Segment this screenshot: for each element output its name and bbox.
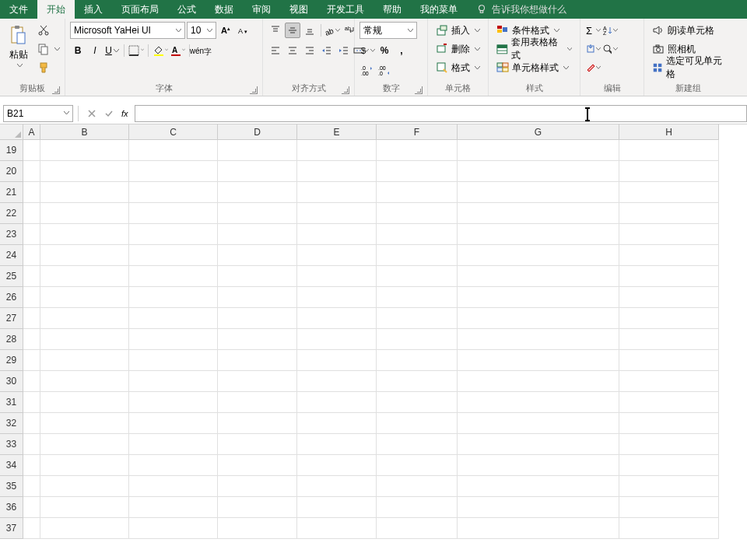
cell[interactable] bbox=[377, 350, 458, 371]
tab-mymenu[interactable]: 我的菜单 bbox=[411, 0, 467, 19]
tab-data[interactable]: 数据 bbox=[205, 0, 243, 19]
tab-formulas[interactable]: 公式 bbox=[168, 0, 205, 19]
cell[interactable] bbox=[377, 518, 458, 539]
cell[interactable] bbox=[458, 350, 619, 371]
cell[interactable] bbox=[377, 413, 458, 434]
fill-color-button[interactable] bbox=[153, 43, 168, 58]
cell[interactable] bbox=[619, 203, 719, 224]
row-header[interactable]: 31 bbox=[0, 392, 23, 413]
cell[interactable] bbox=[619, 245, 719, 266]
tab-devtools[interactable]: 开发工具 bbox=[317, 0, 374, 19]
decrease-font-button[interactable]: A▾ bbox=[235, 23, 251, 38]
cell[interactable] bbox=[458, 266, 619, 287]
cell[interactable] bbox=[129, 224, 218, 245]
cell[interactable] bbox=[23, 308, 40, 329]
row-header[interactable]: 33 bbox=[0, 434, 23, 455]
cell[interactable] bbox=[619, 287, 719, 308]
row-header[interactable]: 27 bbox=[0, 308, 23, 329]
cell[interactable] bbox=[297, 434, 377, 455]
increase-indent-button[interactable] bbox=[336, 43, 352, 58]
name-box[interactable]: B21 bbox=[3, 105, 73, 122]
bold-button[interactable]: B bbox=[70, 43, 86, 58]
cell[interactable] bbox=[619, 266, 719, 287]
cell[interactable] bbox=[23, 434, 40, 455]
number-launcher[interactable] bbox=[415, 86, 423, 94]
read-cells-button[interactable]: 朗读单元格 bbox=[649, 22, 727, 39]
cell[interactable] bbox=[458, 203, 619, 224]
cell[interactable] bbox=[297, 497, 377, 518]
cell[interactable] bbox=[297, 308, 377, 329]
tab-home[interactable]: 开始 bbox=[37, 0, 75, 19]
cell[interactable] bbox=[619, 329, 719, 350]
cell[interactable] bbox=[40, 371, 129, 392]
cell[interactable] bbox=[458, 518, 619, 539]
delete-cells-button[interactable]: 删除 bbox=[433, 40, 483, 58]
cell[interactable] bbox=[129, 203, 218, 224]
align-bottom-button[interactable] bbox=[302, 23, 317, 38]
cell[interactable] bbox=[129, 266, 218, 287]
cell[interactable] bbox=[458, 308, 619, 329]
row-header[interactable]: 23 bbox=[0, 224, 23, 245]
cell[interactable] bbox=[377, 203, 458, 224]
cell[interactable] bbox=[458, 455, 619, 476]
cell[interactable] bbox=[23, 497, 40, 518]
column-header[interactable]: B bbox=[40, 124, 129, 140]
cell[interactable] bbox=[23, 245, 40, 266]
cell[interactable] bbox=[129, 308, 218, 329]
cell[interactable] bbox=[218, 224, 297, 245]
cell[interactable] bbox=[40, 245, 129, 266]
cell[interactable] bbox=[23, 203, 40, 224]
cell[interactable] bbox=[377, 266, 458, 287]
cell[interactable] bbox=[129, 329, 218, 350]
row-header[interactable]: 19 bbox=[0, 140, 23, 161]
cell[interactable] bbox=[377, 182, 458, 203]
align-top-button[interactable] bbox=[268, 23, 283, 38]
cell[interactable] bbox=[23, 476, 40, 497]
cell[interactable] bbox=[619, 392, 719, 413]
cell[interactable] bbox=[218, 350, 297, 371]
cell[interactable] bbox=[297, 245, 377, 266]
cell[interactable] bbox=[458, 287, 619, 308]
enter-formula-button[interactable] bbox=[100, 105, 117, 122]
copy-button[interactable] bbox=[34, 40, 63, 58]
font-size-select[interactable]: 10 bbox=[187, 22, 216, 39]
cell[interactable] bbox=[619, 413, 719, 434]
cell[interactable] bbox=[297, 161, 377, 182]
cell[interactable] bbox=[40, 392, 129, 413]
number-format-select[interactable]: 常规 bbox=[359, 22, 417, 39]
cell[interactable] bbox=[377, 392, 458, 413]
cell[interactable] bbox=[619, 518, 719, 539]
format-cells-button[interactable]: 格式 bbox=[433, 59, 483, 76]
tab-insert[interactable]: 插入 bbox=[75, 0, 112, 19]
cell[interactable] bbox=[23, 182, 40, 203]
select-visible-button[interactable]: 选定可见单元格 bbox=[649, 59, 727, 76]
tab-file[interactable]: 文件 bbox=[0, 0, 37, 19]
comma-button[interactable]: , bbox=[394, 43, 409, 58]
cell[interactable] bbox=[377, 371, 458, 392]
cell[interactable] bbox=[297, 329, 377, 350]
cell[interactable] bbox=[377, 224, 458, 245]
cell[interactable] bbox=[458, 245, 619, 266]
cell[interactable] bbox=[619, 350, 719, 371]
cell[interactable] bbox=[40, 140, 129, 161]
cell[interactable] bbox=[218, 140, 297, 161]
table-format-button[interactable]: 套用表格格式 bbox=[493, 40, 575, 58]
cell[interactable] bbox=[218, 497, 297, 518]
align-center-button[interactable] bbox=[285, 43, 300, 58]
tell-me[interactable]: 告诉我你想做什么 bbox=[467, 3, 576, 16]
cell[interactable] bbox=[297, 266, 377, 287]
cell[interactable] bbox=[218, 371, 297, 392]
row-header[interactable]: 34 bbox=[0, 455, 23, 476]
font-color-button[interactable]: A bbox=[170, 43, 185, 58]
currency-button[interactable]: $ bbox=[359, 43, 375, 58]
cell[interactable] bbox=[619, 371, 719, 392]
row-header[interactable]: 22 bbox=[0, 203, 23, 224]
font-launcher[interactable] bbox=[250, 86, 258, 94]
column-header[interactable]: C bbox=[129, 124, 218, 140]
percent-button[interactable]: % bbox=[377, 43, 392, 58]
find-button[interactable] bbox=[602, 41, 618, 57]
cell[interactable] bbox=[218, 266, 297, 287]
cell[interactable] bbox=[129, 182, 218, 203]
cell[interactable] bbox=[377, 497, 458, 518]
row-header[interactable]: 36 bbox=[0, 497, 23, 518]
